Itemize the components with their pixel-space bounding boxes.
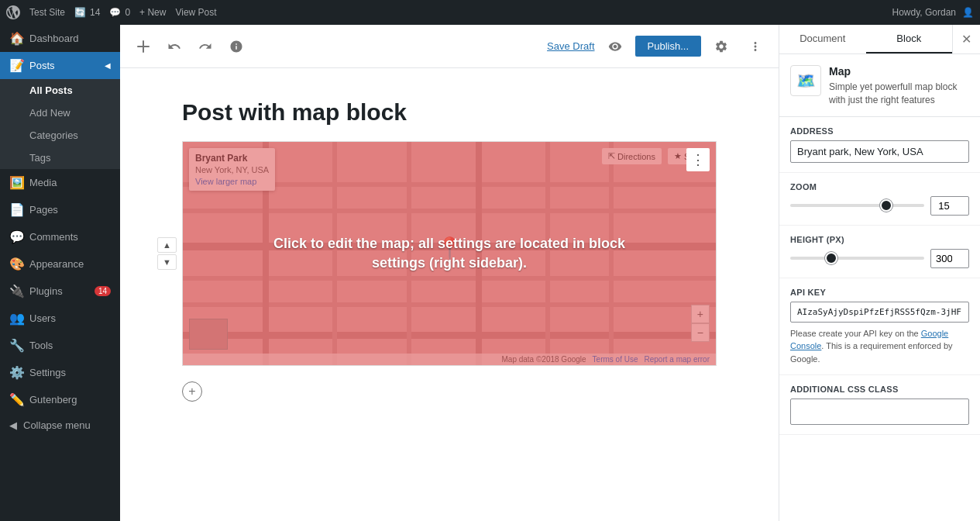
sidebar-item-dashboard[interactable]: 🏠 Dashboard	[0, 25, 120, 52]
address-field: Address	[779, 117, 980, 173]
info-button[interactable]	[222, 33, 250, 60]
block-options-button[interactable]: ⋮	[686, 148, 710, 171]
sidebar-item-users[interactable]: 👥 Users	[0, 305, 120, 332]
move-down-button[interactable]: ▼	[157, 254, 177, 270]
sidebar-item-label: Comments	[29, 231, 78, 243]
updates-link[interactable]: 🔄 14	[74, 7, 100, 18]
block-info-text: Map Simple yet powerfull map block with …	[829, 65, 969, 107]
add-block-area: +	[182, 381, 717, 402]
api-key-input[interactable]	[790, 302, 969, 323]
howdy-text: Howdy, Gordan	[892, 7, 956, 18]
sidebar-item-pages[interactable]: 📄 Pages	[0, 196, 120, 223]
api-key-label: API Key	[790, 288, 969, 297]
sidebar-item-posts[interactable]: 📝 Posts ◀	[0, 52, 120, 79]
tab-document[interactable]: Document	[779, 25, 866, 53]
more-options-button[interactable]	[741, 33, 769, 60]
tab-block[interactable]: Block	[866, 25, 953, 53]
eye-icon	[608, 40, 622, 53]
add-block-icon: +	[188, 385, 195, 399]
map-edit-overlay[interactable]: Click to edit the map; all settings are …	[183, 142, 716, 365]
sidebar-item-tools[interactable]: 🔧 Tools	[0, 332, 120, 359]
site-name-link[interactable]: Test Site	[29, 7, 65, 18]
post-title[interactable]: Post with map block	[182, 99, 717, 126]
sidebar-item-settings[interactable]: ⚙️ Settings	[0, 359, 120, 386]
zoom-value-input[interactable]	[930, 196, 969, 216]
sidebar-item-label: Users	[29, 312, 56, 324]
plugins-icon: 🔌	[9, 284, 23, 298]
save-draft-button[interactable]: Save Draft	[547, 40, 594, 52]
sidebar-submenu-tags[interactable]: Tags	[0, 147, 120, 169]
panel-tabs: Document Block ✕	[779, 25, 980, 54]
zoom-slider[interactable]	[790, 204, 924, 207]
close-icon: ✕	[961, 32, 971, 47]
map-block[interactable]: Bryant Park New York, NY, USA View large…	[182, 141, 717, 366]
sidebar-item-label: Tools	[29, 340, 53, 351]
wp-logo-link[interactable]	[6, 5, 20, 19]
redo-icon	[198, 40, 212, 53]
redo-button[interactable]	[191, 33, 219, 60]
wp-logo-icon	[6, 5, 20, 19]
preview-button[interactable]	[601, 33, 629, 60]
block-description: Simple yet powerfull map block with just…	[829, 81, 969, 107]
ellipsis-vertical-icon	[748, 40, 762, 53]
add-new-label: Add New	[29, 107, 70, 119]
sidebar-item-label: Posts	[29, 60, 55, 71]
publish-button[interactable]: Publish...	[635, 36, 701, 57]
top-bar: Test Site 🔄 14 💬 0 + New View Post Howdy…	[0, 0, 980, 25]
css-class-input[interactable]	[790, 399, 969, 425]
sidebar-item-plugins[interactable]: 🔌 Plugins 14	[0, 278, 120, 305]
sidebar-submenu-all-posts[interactable]: All Posts	[0, 79, 120, 102]
height-value-input[interactable]	[930, 249, 969, 268]
editor-content: Post with map block ▲ ▼	[120, 68, 779, 521]
editor-area: Save Draft Publish...	[120, 25, 779, 521]
sidebar-item-label: Pages	[29, 204, 58, 216]
sidebar-item-media[interactable]: 🖼️ Media	[0, 169, 120, 196]
view-post-link[interactable]: View Post	[175, 7, 216, 18]
sidebar-item-label: Media	[29, 177, 57, 188]
map-overlay-text: Click to edit the map; all settings are …	[256, 219, 643, 288]
sidebar-item-label: Gutenberg	[29, 394, 77, 405]
settings-button[interactable]	[707, 33, 735, 60]
dashboard-icon: 🏠	[9, 31, 23, 46]
css-class-label: Additional CSS Class	[790, 385, 969, 394]
comments-link[interactable]: 💬 0	[109, 7, 130, 18]
editor-toolbar: Save Draft Publish...	[120, 25, 779, 68]
undo-icon	[167, 40, 181, 53]
posts-submenu: All Posts Add New Categories Tags	[0, 79, 120, 169]
users-icon: 👥	[9, 311, 23, 326]
new-content-label: + New	[139, 7, 166, 18]
map-block-container: ▲ ▼	[182, 141, 717, 366]
add-block-button[interactable]: +	[182, 381, 202, 402]
plus-icon	[136, 40, 150, 53]
address-input[interactable]	[790, 140, 969, 163]
sidebar-item-comments[interactable]: 💬 Comments	[0, 223, 120, 250]
sidebar-submenu-add-new[interactable]: Add New	[0, 102, 120, 124]
plugins-badge: 14	[95, 286, 111, 296]
map-block-icon: 🗺️	[796, 71, 816, 90]
categories-label: Categories	[29, 129, 78, 141]
move-up-button[interactable]: ▲	[157, 237, 177, 253]
settings-icon: ⚙️	[9, 365, 23, 380]
toolbar-right: Save Draft Publish...	[547, 33, 769, 60]
sidebar-submenu-categories[interactable]: Categories	[0, 124, 120, 147]
collapse-menu-button[interactable]: ◀ Collapse menu	[0, 413, 120, 437]
close-panel-button[interactable]: ✕	[952, 25, 980, 53]
height-slider[interactable]	[790, 257, 924, 260]
right-panel: Document Block ✕ 🗺️ Map Simple yet power…	[779, 25, 980, 521]
block-icon-box: 🗺️	[790, 65, 821, 96]
sidebar-item-gutenberg[interactable]: ✏️ Gutenberg	[0, 386, 120, 413]
comments-sidebar-icon: 💬	[9, 229, 23, 244]
topbar-right: Howdy, Gordan 👤	[892, 7, 974, 18]
undo-button[interactable]	[160, 33, 188, 60]
comments-count: 0	[125, 7, 130, 18]
collapse-menu-label: Collapse menu	[23, 419, 91, 431]
appearance-icon: 🎨	[9, 257, 23, 271]
add-block-toolbar-button[interactable]	[129, 33, 157, 60]
media-icon: 🖼️	[9, 175, 23, 190]
collapse-arrow-icon: ◀	[9, 419, 17, 431]
new-content-link[interactable]: + New	[139, 7, 166, 18]
sidebar-item-appearance[interactable]: 🎨 Appearance	[0, 250, 120, 278]
css-class-field: Additional CSS Class	[779, 375, 980, 435]
address-label: Address	[790, 126, 969, 136]
zoom-field: Zoom	[779, 173, 980, 226]
